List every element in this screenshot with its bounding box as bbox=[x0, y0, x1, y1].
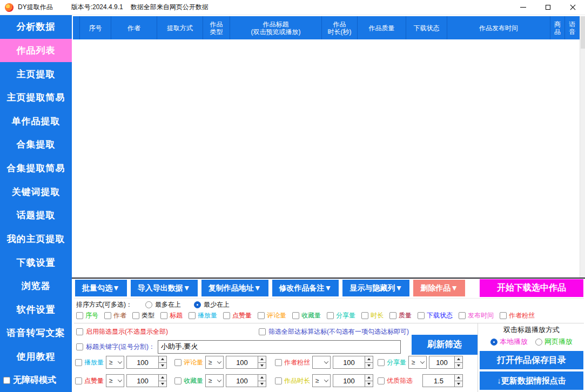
spin-up-button[interactable] bbox=[365, 375, 373, 381]
sidebar-item-homepage-extract-simple[interactable]: 主页提取简易 bbox=[0, 86, 72, 110]
column-voice[interactable]: 语音 bbox=[565, 16, 580, 39]
filter-like-count-op-select[interactable]: ≥ bbox=[106, 374, 124, 387]
spin-down-button[interactable] bbox=[258, 381, 266, 387]
spin-up-button[interactable] bbox=[455, 375, 462, 381]
sidebar-item-browser[interactable]: 浏览器 bbox=[0, 274, 72, 298]
spin-down-button[interactable] bbox=[365, 381, 373, 387]
field-title-checkbox[interactable] bbox=[160, 312, 167, 319]
column-author[interactable]: 作者 bbox=[111, 16, 157, 39]
field-comment-count-checkbox[interactable] bbox=[258, 312, 265, 319]
field-share-count-checkbox[interactable] bbox=[327, 312, 334, 319]
open-save-folder-button[interactable]: 打开作品保存目录 bbox=[480, 351, 583, 369]
edit-work-note-button[interactable]: 修改作品备注▼ bbox=[272, 280, 339, 296]
field-publish-time-checkbox[interactable] bbox=[459, 312, 466, 319]
filter-share-count-checkbox[interactable] bbox=[378, 359, 385, 366]
filter-play-count-op-select[interactable]: ≥ bbox=[106, 356, 124, 369]
sort-option-least-first[interactable]: 最少在上 bbox=[194, 300, 230, 309]
spin-up-button[interactable] bbox=[159, 356, 166, 363]
spin-down-button[interactable] bbox=[258, 363, 266, 369]
sort-option-most-first[interactable]: 最多在上 bbox=[145, 300, 181, 309]
column-duration[interactable]: 作品时长(秒) bbox=[322, 16, 358, 39]
maximize-button[interactable] bbox=[535, 0, 560, 15]
column-download-status[interactable]: 下载状态 bbox=[406, 16, 447, 39]
sidebar-item-tutorial[interactable]: 使用教程 bbox=[0, 345, 72, 369]
refresh-filter-button[interactable]: 刷新筛选 bbox=[412, 335, 478, 355]
title-keyword-input[interactable] bbox=[158, 340, 401, 354]
column-product[interactable]: 商品 bbox=[550, 16, 565, 39]
filter-author-fans-op-select[interactable] bbox=[312, 356, 331, 369]
column-quality[interactable]: 作品质量 bbox=[358, 16, 406, 39]
scrollbar-thumb[interactable] bbox=[581, 16, 585, 49]
sidebar-item-my-homepage-extract[interactable]: 我的主页提取 bbox=[0, 227, 72, 251]
sidebar-item-homepage-extract[interactable]: 主页提取 bbox=[0, 62, 72, 86]
filter-duration-op-select[interactable]: ≥ bbox=[312, 374, 331, 387]
accessibility-mode-checkbox[interactable] bbox=[3, 377, 10, 384]
field-play-count-checkbox[interactable] bbox=[189, 312, 196, 319]
spin-up-button[interactable] bbox=[258, 375, 266, 381]
spin-up-button[interactable] bbox=[159, 375, 166, 381]
update-data-button[interactable]: ↓更新数据情报点击 bbox=[480, 371, 583, 390]
sidebar-item-topic-extract[interactable]: 话题提取 bbox=[0, 204, 72, 227]
filter-quality-checkbox[interactable] bbox=[378, 377, 385, 384]
filter-favorite-count-op-select[interactable]: ≥ bbox=[205, 374, 224, 387]
radio-local-play[interactable] bbox=[490, 339, 497, 346]
field-duration-checkbox[interactable] bbox=[361, 312, 368, 319]
column-select[interactable] bbox=[73, 16, 80, 39]
spin-down-button[interactable] bbox=[455, 363, 462, 369]
filter-play-count-checkbox[interactable] bbox=[75, 359, 82, 366]
field-type-checkbox[interactable] bbox=[132, 312, 139, 319]
title-keyword-checkbox[interactable] bbox=[76, 343, 83, 350]
play-mode-web[interactable]: 网页播放 bbox=[535, 337, 573, 347]
field-author-checkbox[interactable] bbox=[104, 312, 111, 319]
filter-duration-checkbox[interactable] bbox=[275, 377, 282, 384]
vertical-scrollbar[interactable] bbox=[580, 16, 585, 278]
all-criteria-checkbox[interactable] bbox=[259, 328, 266, 335]
field-like-count-checkbox[interactable] bbox=[223, 312, 230, 319]
close-button[interactable] bbox=[560, 0, 585, 15]
spin-down-button[interactable] bbox=[455, 381, 462, 387]
minimize-button[interactable] bbox=[510, 0, 535, 15]
import-export-button[interactable]: 导入导出数据▼ bbox=[131, 280, 198, 296]
field-favorite-count-checkbox[interactable] bbox=[292, 312, 299, 319]
delete-work-button[interactable]: 删除作品▼ bbox=[413, 280, 465, 296]
spin-up-button[interactable] bbox=[455, 356, 462, 363]
show-hide-columns-button[interactable]: 显示与隐藏列▼ bbox=[342, 280, 409, 296]
sidebar-item-voice-transcribe[interactable]: 语音转写文案 bbox=[0, 321, 72, 345]
copy-work-url-button[interactable]: 复制作品地址▼ bbox=[201, 280, 268, 296]
spin-up-button[interactable] bbox=[365, 356, 373, 363]
enable-filter-display-checkbox[interactable] bbox=[76, 328, 83, 335]
column-work-type[interactable]: 作品类型 bbox=[203, 16, 230, 39]
radio-web-play[interactable] bbox=[535, 339, 542, 346]
radio-most-first[interactable] bbox=[145, 301, 152, 308]
spin-down-button[interactable] bbox=[365, 363, 373, 369]
field-download-status-checkbox[interactable] bbox=[418, 312, 425, 319]
radio-least-first[interactable] bbox=[194, 301, 201, 308]
field-author-fans-checkbox[interactable] bbox=[500, 312, 507, 319]
sidebar-item-single-work-extract[interactable]: 单作品提取 bbox=[0, 110, 72, 133]
filter-favorite-count-checkbox[interactable] bbox=[174, 377, 181, 384]
field-quality-checkbox[interactable] bbox=[389, 312, 396, 319]
column-work-title[interactable]: 作品标题(双击预览或播放) bbox=[230, 16, 322, 39]
filter-comment-count-checkbox[interactable] bbox=[174, 359, 181, 366]
sidebar-item-keyword-extract[interactable]: 关键词提取 bbox=[0, 180, 72, 204]
field-index-checkbox[interactable] bbox=[76, 312, 83, 319]
column-extract-method[interactable]: 提取方式 bbox=[157, 16, 203, 39]
sidebar-item-work-list[interactable]: 作品列表 bbox=[0, 39, 72, 63]
column-publish-time[interactable]: 作品发布时间 bbox=[447, 16, 550, 39]
sidebar-item-download-settings[interactable]: 下载设置 bbox=[0, 251, 72, 274]
sidebar-item-collection-extract[interactable]: 合集提取 bbox=[0, 133, 72, 157]
filter-like-count-checkbox[interactable] bbox=[75, 377, 82, 384]
spin-up-button[interactable] bbox=[258, 356, 266, 363]
play-mode-local[interactable]: 本地播放 bbox=[490, 337, 528, 347]
spin-down-button[interactable] bbox=[159, 363, 166, 369]
sidebar-item-analyze-data[interactable]: 分析数据 bbox=[0, 15, 72, 39]
spin-down-button[interactable] bbox=[159, 381, 166, 387]
batch-check-button[interactable]: 批量勾选▼ bbox=[75, 280, 127, 296]
filter-author-fans-checkbox[interactable] bbox=[275, 359, 282, 366]
start-download-selected-button[interactable]: 开始下载选中作品 bbox=[480, 279, 583, 297]
sidebar-item-software-settings[interactable]: 软件设置 bbox=[0, 298, 72, 322]
filter-share-count-op-select[interactable]: ≥ bbox=[408, 356, 427, 369]
column-index[interactable]: 序号 bbox=[80, 16, 111, 39]
sidebar-item-collection-extract-simple[interactable]: 合集提取简易 bbox=[0, 157, 72, 180]
filter-comment-count-op-select[interactable]: ≥ bbox=[205, 356, 224, 369]
